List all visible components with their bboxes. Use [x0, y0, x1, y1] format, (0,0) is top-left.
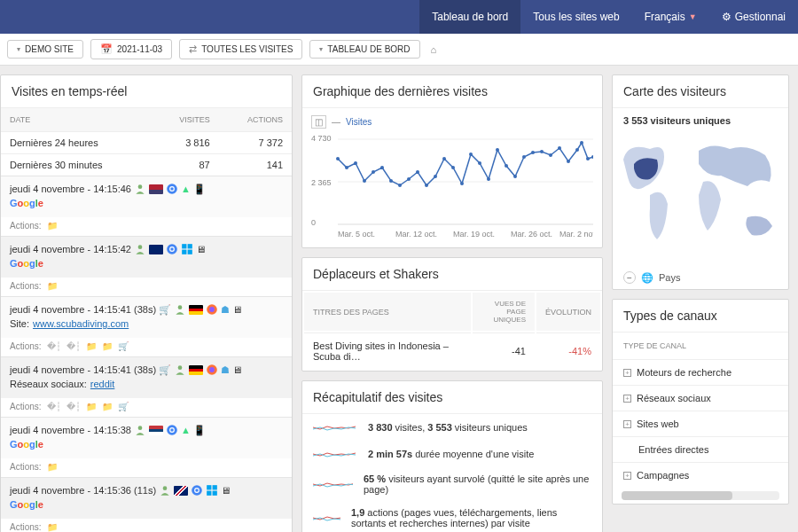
expand-icon[interactable]: + — [623, 420, 631, 428]
visit-row[interactable]: jeudi 4 novembre - 14:15:41 (38s) 🛒 ☗ 🖥R… — [1, 356, 292, 398]
actions-line: Actions:📁 — [1, 458, 292, 477]
dashboard-selector[interactable]: ▾TABLEAU DE BORD — [309, 40, 419, 59]
svg-point-59 — [540, 150, 544, 153]
svg-text:4 730: 4 730 — [311, 134, 332, 143]
realtime-title: Visites en temps-réel — [1, 75, 292, 108]
folder-icon: 📁 — [47, 221, 58, 231]
graph-widget: Graphique des dernières visites ◫ —Visit… — [301, 74, 603, 248]
scrollbar[interactable] — [622, 491, 779, 500]
svg-rect-8 — [182, 244, 186, 248]
channel-label: Sites web — [637, 419, 679, 429]
actions-line: Actions:📁 — [1, 278, 292, 296]
svg-point-61 — [558, 146, 561, 150]
google-icon: Google — [10, 258, 43, 269]
map-title: Carte des visiteurs — [613, 75, 788, 108]
svg-point-49 — [451, 166, 455, 169]
svg-point-3 — [170, 187, 174, 191]
svg-text:Mar. 19 oct.: Mar. 19 oct. — [453, 230, 495, 239]
nav-dashboard[interactable]: Tableau de bord — [419, 0, 520, 34]
svg-point-62 — [567, 160, 570, 163]
svg-point-64 — [580, 141, 583, 145]
svg-point-58 — [531, 151, 535, 154]
svg-point-22 — [163, 486, 168, 490]
visit-time: jeudi 4 novembre - 14:15:46 — [10, 184, 131, 194]
ref-link[interactable]: www.scubadiving.com — [33, 318, 129, 329]
flag-icon — [149, 184, 163, 194]
recap-row: 2 min 57s durée moyenne d'une visite — [302, 441, 602, 467]
recap-row: 1,9 actions (pages vues, téléchargements… — [302, 501, 602, 532]
channel-row[interactable]: Entrées directes — [613, 436, 788, 462]
visit-row[interactable]: jeudi 4 novembre - 14:15:36 (11s) 🖥Googl… — [1, 477, 292, 519]
sparkline — [313, 477, 353, 491]
visit-row[interactable]: jeudi 4 novembre - 14:15:41 (38s) 🛒 ☗ 🖥S… — [1, 296, 292, 338]
recap-widget: Récapitulatif des visites 3 830 visites,… — [301, 380, 603, 532]
date-selector[interactable]: 📅2021-11-03 — [90, 39, 172, 59]
expand-icon[interactable]: + — [623, 369, 631, 377]
visit-row[interactable]: jeudi 4 novembre - 14:15:46 ▲ 📱Google — [1, 176, 292, 217]
home-icon[interactable]: ⌂ — [427, 44, 441, 55]
expand-icon[interactable]: + — [623, 395, 631, 403]
chart-options-icon[interactable]: ◫ — [311, 115, 326, 129]
channel-label: Entrées directes — [638, 444, 708, 455]
m-icon: �┆ — [66, 402, 81, 411]
visit-row[interactable]: jeudi 4 novembre - 14:15:42 🖥Google — [1, 236, 292, 278]
m-icon: �┆ — [47, 341, 61, 351]
visit-row[interactable]: jeudi 4 novembre - 14:15:38 ▲ 📱Google — [1, 417, 292, 458]
segment-icon: ⇄ — [189, 43, 197, 55]
svg-point-43 — [398, 184, 402, 187]
m-icon: �┆ — [66, 341, 81, 351]
flag-icon — [189, 305, 203, 315]
segment-selector[interactable]: ⇄TOUTES LES VISITES — [179, 39, 302, 59]
channel-label: Réseaux sociaux — [637, 393, 711, 403]
table-row: Dernières 30 minutes87141 — [1, 154, 292, 176]
table-row: Dernières 24 heures3 8167 372 — [1, 132, 292, 154]
folder-icon: 📁 — [47, 462, 58, 472]
visits-chart[interactable]: 4 730 2 365 0 Mar. 5 oct. Mar. 12 oct. M… — [311, 132, 593, 239]
site-selector[interactable]: ▾DEMO SITE — [7, 40, 83, 59]
table-row[interactable]: Best Diving sites in Indonesia – Scuba d… — [304, 332, 600, 369]
channel-row[interactable]: +Sites web — [613, 411, 788, 436]
svg-point-42 — [389, 179, 393, 183]
col-date: DATE — [1, 108, 153, 132]
svg-point-4 — [138, 245, 143, 249]
svg-text:Mar. 12 oct.: Mar. 12 oct. — [395, 230, 437, 239]
zoom-out-icon[interactable]: − — [623, 271, 636, 284]
svg-point-17 — [209, 367, 215, 372]
svg-point-46 — [425, 184, 428, 187]
svg-point-40 — [372, 170, 375, 174]
svg-point-45 — [416, 170, 419, 174]
svg-rect-27 — [213, 485, 217, 489]
recap-row: 3 830 visites, 3 553 visiteurs uniques — [302, 414, 602, 441]
nav-manager[interactable]: ⚙Gestionnai — [709, 0, 798, 34]
svg-text:0: 0 — [311, 218, 316, 227]
map-count: 3 553 visiteurs uniques — [613, 108, 788, 133]
visit-time: jeudi 4 novembre - 14:15:36 (11s) — [10, 485, 156, 496]
sparkline — [313, 420, 357, 434]
svg-point-36 — [336, 157, 340, 160]
svg-point-57 — [522, 155, 526, 159]
channel-row[interactable]: +Moteurs de recherche — [613, 359, 788, 385]
sparkline — [313, 511, 340, 525]
nav-all-sites[interactable]: Tous les sites web — [520, 0, 631, 34]
m-icon: �┆ — [47, 402, 61, 411]
google-icon: Google — [10, 499, 43, 510]
svg-rect-26 — [207, 485, 211, 489]
channel-row[interactable]: +Réseaux sociaux — [613, 385, 788, 411]
svg-rect-29 — [213, 491, 217, 496]
actions-line: Actions:📁 — [1, 217, 292, 236]
nav-language[interactable]: Français▼ — [632, 0, 709, 34]
caret-icon: ▼ — [689, 12, 697, 21]
channel-row[interactable]: +Campagnes — [613, 462, 788, 488]
globe-icon[interactable]: 🌐 — [641, 272, 653, 284]
svg-point-37 — [345, 166, 348, 169]
svg-text:Mar. 5 oct.: Mar. 5 oct. — [338, 230, 375, 239]
folder-icon: 📁 — [47, 522, 58, 532]
ref-link[interactable]: reddit — [90, 379, 115, 389]
expand-icon[interactable]: + — [623, 472, 631, 480]
world-map[interactable] — [614, 133, 787, 266]
gear-icon: ⚙ — [722, 11, 732, 23]
svg-point-53 — [487, 177, 490, 181]
svg-point-65 — [586, 157, 590, 160]
svg-point-63 — [575, 148, 579, 152]
realtime-widget: Visites en temps-réel DATE VISITES ACTIO… — [0, 74, 293, 532]
